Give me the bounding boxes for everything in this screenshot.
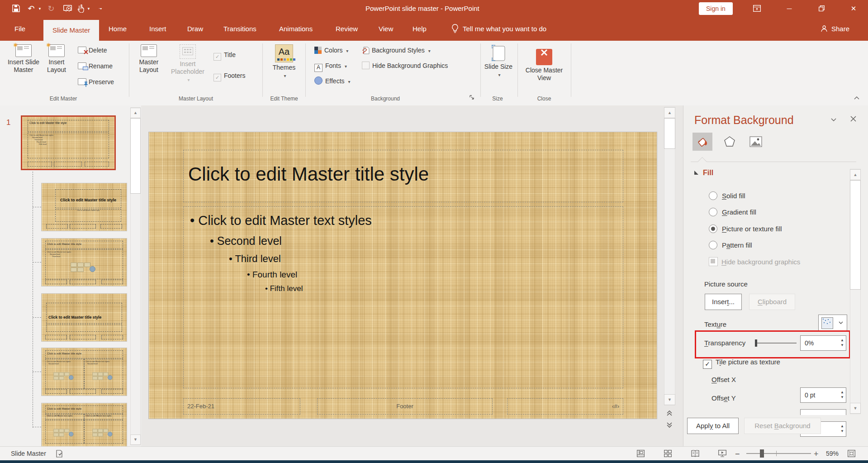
spinner-arrows[interactable]: ▲▼ bbox=[840, 390, 844, 400]
slide-show-button[interactable] bbox=[718, 450, 726, 457]
scroll-down-button[interactable]: ▼ bbox=[130, 434, 141, 445]
tell-me-box[interactable]: Tell me what you want to do bbox=[463, 17, 546, 41]
close-window-button[interactable]: ✕ bbox=[844, 0, 863, 17]
scrollbar-thumb[interactable] bbox=[130, 118, 141, 194]
reading-view-button[interactable] bbox=[691, 450, 699, 457]
themes-button[interactable]: Aa Themes bbox=[270, 44, 299, 79]
zoom-slider-thumb[interactable] bbox=[760, 449, 764, 458]
scroll-down-button[interactable]: ▼ bbox=[850, 403, 861, 414]
insert-picture-button[interactable]: Insert... bbox=[705, 294, 742, 310]
collapse-ribbon-button[interactable] bbox=[852, 94, 861, 102]
pattern-fill-radio[interactable]: Pattern fill bbox=[709, 241, 752, 249]
slide-canvas[interactable]: Click to edit Master title style Click t… bbox=[148, 132, 657, 419]
tab-draw[interactable]: Draw bbox=[187, 17, 203, 41]
tab-insert[interactable]: Insert bbox=[149, 17, 166, 41]
fonts-button[interactable]: AFonts bbox=[314, 61, 347, 72]
fill-section-header[interactable]: Fill bbox=[694, 169, 713, 177]
share-button[interactable]: Share bbox=[831, 17, 849, 41]
preserve-button[interactable]: Preserve bbox=[78, 77, 114, 87]
thumbnail-two-content-layout[interactable]: Click to edit Master title style Click t… bbox=[41, 348, 127, 396]
thumbnail-content-layout[interactable]: Click to edit Master title style Click t… bbox=[41, 238, 127, 286]
minimize-button[interactable]: ─ bbox=[779, 0, 799, 17]
transparency-slider-track[interactable] bbox=[755, 343, 797, 344]
customize-qat-icon[interactable]: ⸱▾ bbox=[96, 0, 105, 17]
title-placeholder[interactable]: Click to edit Master title style bbox=[183, 150, 623, 202]
tile-picture-as-texture-checkbox[interactable]: Tile picture as texture bbox=[703, 358, 780, 369]
selected-tab-notch bbox=[697, 157, 707, 167]
thumbnail-title-layout[interactable]: Click to edit Master title style Click t… bbox=[41, 183, 127, 231]
scroll-up-button[interactable]: ▲ bbox=[664, 107, 675, 118]
panel-scrollbar[interactable]: ▲ ▼ bbox=[850, 169, 861, 414]
gradient-fill-radio[interactable]: Gradient fill bbox=[709, 208, 756, 216]
zoom-slider-track[interactable] bbox=[746, 453, 811, 454]
tab-help[interactable]: Help bbox=[413, 17, 427, 41]
tab-review[interactable]: Review bbox=[336, 17, 358, 41]
panel-close-icon[interactable] bbox=[850, 115, 857, 122]
tab-view[interactable]: View bbox=[379, 17, 393, 41]
slide-size-button[interactable]: Slide Size bbox=[483, 44, 514, 78]
footer-placeholder[interactable]: Footer bbox=[317, 398, 493, 415]
effects-tab[interactable] bbox=[720, 133, 740, 151]
insert-layout-button[interactable]: ✷ Insert Layout bbox=[43, 44, 70, 74]
tab-file[interactable]: File bbox=[14, 17, 25, 41]
scroll-up-button[interactable]: ▲ bbox=[850, 169, 861, 180]
restore-button[interactable] bbox=[811, 0, 831, 17]
tab-home[interactable]: Home bbox=[109, 17, 127, 41]
start-slideshow-icon[interactable] bbox=[62, 0, 73, 17]
scrollbar-thumb[interactable] bbox=[850, 180, 861, 290]
spinner-arrows[interactable]: ▲▼ bbox=[840, 338, 844, 348]
background-dialog-launcher[interactable] bbox=[470, 95, 476, 101]
slide-number-placeholder[interactable]: ‹#› bbox=[507, 398, 623, 415]
rename-button[interactable]: Rename bbox=[78, 61, 113, 71]
thumbnail-comparison-layout[interactable]: Click to edit Master title style Click t… bbox=[41, 403, 127, 447]
insert-slide-master-button[interactable]: ✷ Insert Slide Master bbox=[6, 44, 41, 74]
scrollbar-thumb[interactable] bbox=[664, 118, 675, 149]
normal-view-button[interactable] bbox=[637, 450, 645, 457]
scroll-up-button[interactable]: ▲ bbox=[130, 108, 141, 118]
next-slide-button[interactable] bbox=[665, 420, 674, 430]
background-styles-button[interactable]: Background Styles bbox=[362, 45, 431, 56]
transparency-value-spinner[interactable]: 0% ▲▼ bbox=[800, 335, 846, 351]
transparency-slider-thumb[interactable] bbox=[755, 339, 757, 347]
zoom-percentage[interactable]: 59% bbox=[826, 447, 839, 460]
scroll-down-button[interactable]: ▼ bbox=[664, 394, 675, 405]
thumbnail-slide-master[interactable]: Click to edit Master title style Click t… bbox=[21, 115, 116, 170]
tab-animations[interactable]: Animations bbox=[279, 17, 313, 41]
panel-options-dropdown-icon[interactable] bbox=[831, 118, 836, 122]
texture-dropdown-button[interactable] bbox=[818, 315, 847, 331]
bullet-level-2: Second level bbox=[210, 234, 623, 248]
zoom-in-button[interactable]: + bbox=[814, 448, 819, 460]
offset-x-spinner[interactable]: 0 pt ▲▼ bbox=[800, 387, 846, 403]
touch-mode-icon[interactable] bbox=[75, 0, 87, 17]
spinner-arrows[interactable]: ▲▼ bbox=[840, 424, 844, 434]
slide-sorter-view-button[interactable] bbox=[664, 450, 672, 457]
ribbon-display-options-button[interactable] bbox=[747, 0, 767, 17]
body-placeholder[interactable]: Click to edit Master text styles Second … bbox=[183, 206, 623, 388]
sign-in-button[interactable]: Sign in bbox=[699, 2, 733, 15]
undo-button[interactable]: ↶ bbox=[25, 0, 37, 17]
previous-slide-button[interactable] bbox=[665, 409, 674, 419]
effects-button[interactable]: Effects bbox=[314, 76, 350, 87]
delete-button[interactable]: Delete bbox=[78, 45, 107, 55]
editor-scrollbar[interactable]: ▲ ▼ bbox=[664, 107, 675, 406]
zoom-out-button[interactable]: − bbox=[735, 448, 740, 460]
master-layout-button[interactable]: Master Layout bbox=[135, 44, 163, 74]
touch-mode-dropdown-icon[interactable]: ▾ bbox=[86, 0, 91, 17]
tab-transitions[interactable]: Transitions bbox=[223, 17, 256, 41]
solid-fill-radio[interactable]: Solid fill bbox=[709, 191, 745, 200]
thumbnail-scrollbar[interactable]: ▲ ▼ bbox=[130, 107, 141, 445]
fit-slide-to-window-button[interactable] bbox=[848, 450, 855, 457]
picture-tab[interactable] bbox=[746, 133, 766, 151]
picture-or-texture-fill-radio[interactable]: Picture or texture fill bbox=[709, 224, 782, 233]
colors-button[interactable]: Colors bbox=[314, 45, 348, 56]
tab-slide-master[interactable]: Slide Master bbox=[43, 20, 99, 41]
date-placeholder[interactable]: 22-Feb-21 bbox=[183, 398, 300, 415]
status-view-label[interactable]: Slide Master bbox=[11, 447, 46, 460]
apply-to-all-button[interactable]: Apply to All bbox=[687, 418, 739, 434]
close-master-view-button[interactable]: Close Master View bbox=[522, 44, 566, 82]
fill-tab[interactable] bbox=[693, 133, 712, 151]
accessibility-checker-icon[interactable] bbox=[56, 450, 63, 458]
undo-dropdown-icon[interactable]: ▾ bbox=[37, 0, 43, 17]
save-icon[interactable] bbox=[10, 0, 22, 17]
thumbnail-section-header-layout[interactable]: Click to edit Master title style bbox=[41, 293, 127, 342]
